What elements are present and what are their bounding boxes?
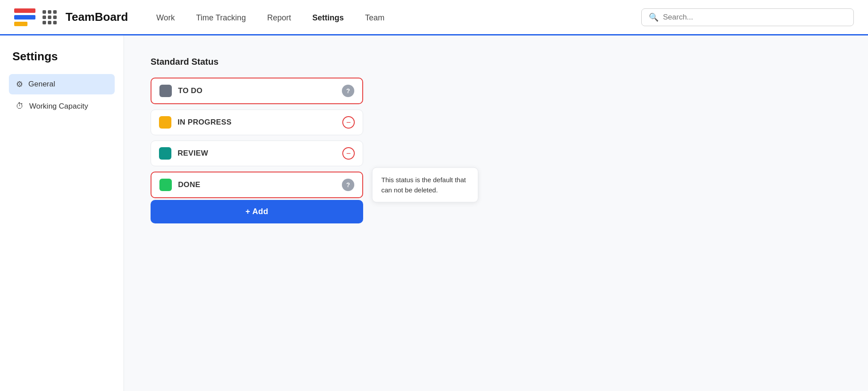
- status-label-inprogress: IN PROGRESS: [178, 118, 232, 127]
- sidebar-label-working-capacity: Working Capacity: [29, 102, 88, 111]
- logo-bar-blue: [14, 15, 35, 20]
- nav-time-tracking[interactable]: Time Tracking: [186, 1, 256, 35]
- logo-icon: [14, 8, 35, 26]
- add-status-button[interactable]: + Add: [151, 200, 363, 223]
- status-label-done: DONE: [178, 180, 200, 189]
- gear-icon: ⚙: [16, 79, 23, 89]
- search-input[interactable]: [663, 13, 846, 22]
- logo-bar-red: [14, 8, 35, 13]
- tooltip-done: This status is the default that can not …: [372, 168, 478, 203]
- status-item-done[interactable]: DONE ?: [151, 172, 363, 198]
- status-left-todo: TO DO: [159, 85, 202, 97]
- search-area: 🔍: [641, 8, 854, 26]
- nav-settings[interactable]: Settings: [302, 1, 354, 35]
- search-icon: 🔍: [649, 12, 659, 22]
- status-label-review: REVIEW: [178, 149, 208, 158]
- nav-work[interactable]: Work: [146, 1, 186, 35]
- sidebar-item-working-capacity[interactable]: ⏱ Working Capacity: [9, 96, 115, 116]
- section-title: Standard Status: [151, 57, 841, 67]
- main-content: Standard Status TO DO ? IN PROGRESS −: [124, 35, 868, 391]
- status-left-done: DONE: [159, 179, 200, 191]
- header: TeamBoard Work Time Tracking Report Sett…: [0, 0, 868, 35]
- logo-area: TeamBoard: [14, 8, 128, 26]
- sidebar: Settings ⚙ General ⏱ Working Capacity: [0, 35, 124, 391]
- status-color-todo: [159, 85, 172, 97]
- status-action-done[interactable]: ?: [342, 179, 354, 191]
- status-item-todo[interactable]: TO DO ?: [151, 78, 363, 104]
- nav-team[interactable]: Team: [354, 1, 395, 35]
- sidebar-title: Settings: [9, 50, 115, 63]
- status-action-inprogress[interactable]: −: [342, 116, 355, 129]
- logo-bar-yellow: [14, 22, 27, 26]
- app-title: TeamBoard: [66, 10, 128, 24]
- main-layout: Settings ⚙ General ⏱ Working Capacity St…: [0, 35, 868, 391]
- main-nav: Work Time Tracking Report Settings Team: [146, 0, 641, 34]
- clock-icon: ⏱: [16, 102, 24, 111]
- sidebar-label-general: General: [28, 80, 55, 89]
- status-label-todo: TO DO: [178, 86, 202, 95]
- status-color-inprogress: [159, 116, 171, 129]
- status-color-done: [159, 179, 172, 191]
- status-list: TO DO ? IN PROGRESS − REVIEW −: [151, 78, 363, 198]
- status-action-review[interactable]: −: [342, 147, 355, 160]
- search-box: 🔍: [641, 8, 854, 26]
- status-color-review: [159, 147, 171, 160]
- status-item-review[interactable]: REVIEW −: [151, 141, 363, 166]
- status-left-inprogress: IN PROGRESS: [159, 116, 232, 129]
- status-left-review: REVIEW: [159, 147, 208, 160]
- status-item-inprogress[interactable]: IN PROGRESS −: [151, 109, 363, 135]
- nav-report[interactable]: Report: [256, 1, 302, 35]
- grid-icon: [43, 10, 57, 24]
- done-row: DONE ? This status is the default that c…: [151, 172, 363, 198]
- status-action-todo[interactable]: ?: [342, 85, 354, 97]
- sidebar-item-general[interactable]: ⚙ General: [9, 74, 115, 94]
